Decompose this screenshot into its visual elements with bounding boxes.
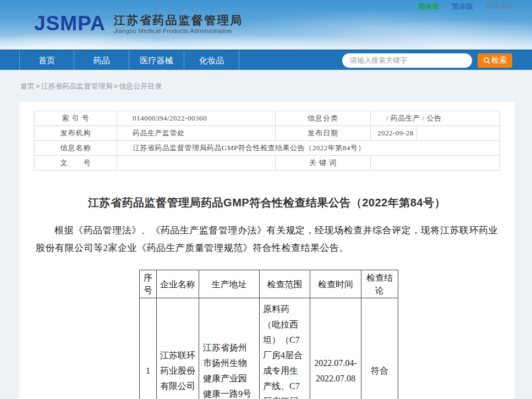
- meta-agency-value: 药品生产监管处: [117, 126, 276, 141]
- breadcrumb-separator: >: [114, 82, 118, 90]
- header-conclusion: 检查结论: [361, 270, 398, 298]
- announcement-paragraph: 根据《药品管理法》、《药品生产监督管理办法》有关规定，经现场检查并综合评定，现将…: [19, 222, 514, 257]
- meta-category-value: / 药品生产 / 公告: [371, 111, 500, 126]
- link-simplified-chinese[interactable]: 简体版: [418, 2, 440, 10]
- cell-scope: 原料药（吡拉西坦）（C7厂房4层合成专用生产线、C7厂房三层14号精烘包）: [260, 298, 310, 399]
- header-address: 生产地址: [199, 270, 260, 298]
- topbar-links: 简体版 | 繁体版 | 网站导航: [418, 2, 514, 12]
- meta-keyword-label: 关 键 词: [276, 156, 371, 171]
- search-button-label: 检索: [491, 56, 507, 65]
- page-title: 江苏省药品监督管理局药品GMP符合性检查结果公告（2022年第84号）: [19, 195, 514, 210]
- link-site-navigation[interactable]: 网站导航: [486, 2, 514, 10]
- agency-logo[interactable]: JSMPA 江苏省药品监督管理局 Jiangsu Medical Product…: [34, 13, 243, 35]
- meta-docnum-label: 文 号: [35, 156, 117, 171]
- breadcrumb: 首页>江苏省药品监督管理局>信息公开目录: [0, 70, 532, 102]
- meta-row-name: 信息名称 江苏省药品监督管理局药品GMP符合性检查结果公告（2022年第84号）: [35, 141, 500, 156]
- meta-agency-label: 发布机构: [35, 126, 117, 141]
- nav-item-home[interactable]: 首页: [19, 51, 74, 70]
- nav-item-drugs[interactable]: 药品: [74, 51, 129, 70]
- meta-date-value: 2022-09-28: [371, 126, 417, 141]
- meta-row-index: 索 引 号 014000394/2022-00360 信息分类 / 药品生产 /…: [35, 111, 500, 126]
- topbar-separator: |: [479, 2, 480, 10]
- meta-name-label: 信息名称: [35, 141, 117, 156]
- main-navigation: 首页 药品 医疗器械 化妆品 检索: [0, 50, 532, 70]
- agency-name-chinese: 江苏省药品监督管理局: [114, 14, 243, 27]
- meta-date-label: 发布日期: [276, 126, 371, 141]
- agency-name-english: Jiangsu Medical Products Administration: [114, 28, 243, 34]
- cell-seq: 1: [140, 298, 157, 399]
- header-seq: 序号: [140, 270, 157, 298]
- meta-category-label: 信息分类: [276, 111, 371, 126]
- meta-row-docnum: 文 号 关 键 词: [35, 156, 500, 171]
- meta-index-value: 014000394/2022-00360: [117, 111, 276, 126]
- search-icon: [483, 57, 491, 64]
- breadcrumb-home[interactable]: 首页: [20, 82, 35, 90]
- search-area: 检索: [342, 53, 512, 68]
- site-header-banner: 简体版 | 繁体版 | 网站导航 JSMPA 江苏省药品监督管理局 Jiangs…: [0, 0, 532, 50]
- cell-company: 江苏联环药业股份有限公司: [157, 298, 199, 399]
- logo-text: 江苏省药品监督管理局 Jiangsu Medical Products Admi…: [114, 13, 243, 34]
- cell-time: 2022.07.04-2022.07.08: [310, 298, 361, 399]
- link-traditional-chinese[interactable]: 繁体版: [452, 2, 473, 10]
- nav-item-cosmetics[interactable]: 化妆品: [184, 51, 239, 70]
- breadcrumb-info-directory: 信息公开目录: [119, 82, 162, 90]
- header-time: 检查时间: [310, 270, 361, 298]
- breadcrumb-agency[interactable]: 江苏省药品监督管理局: [41, 82, 113, 90]
- topbar-separator: |: [445, 2, 446, 10]
- meta-keyword-value: [371, 156, 500, 171]
- logo-acronym: JSMPA: [34, 13, 106, 35]
- meta-name-value: 江苏省药品监督管理局药品GMP符合性检查结果公告（2022年第84号）: [117, 141, 500, 156]
- meta-docnum-value: [117, 156, 276, 171]
- table-row: 1 江苏联环药业股份有限公司 江苏省扬州市扬州生物健康产业园健康一路9号 原料药…: [140, 298, 398, 399]
- content-card: 索 引 号 014000394/2022-00360 信息分类 / 药品生产 /…: [19, 102, 514, 399]
- cell-address: 江苏省扬州市扬州生物健康产业园健康一路9号: [199, 298, 260, 399]
- header-company: 企业名称: [157, 270, 199, 298]
- document-metadata-table: 索 引 号 014000394/2022-00360 信息分类 / 药品生产 /…: [34, 111, 500, 171]
- results-header-row: 序号 企业名称 生产地址 检查范围 检查时间 检查结论: [140, 270, 398, 298]
- search-button[interactable]: 检索: [478, 53, 512, 68]
- inspection-results-table: 序号 企业名称 生产地址 检查范围 检查时间 检查结论 1 江苏联环药业股份有限…: [139, 270, 398, 399]
- search-input[interactable]: [342, 53, 472, 68]
- cell-conclusion: 符合: [361, 298, 398, 399]
- meta-index-label: 索 引 号: [35, 111, 117, 126]
- meta-row-agency: 发布机构 药品生产监管处 发布日期 2022-09-28: [35, 126, 500, 141]
- breadcrumb-separator: >: [36, 82, 40, 90]
- nav-item-medical-devices[interactable]: 医疗器械: [129, 51, 184, 70]
- meta-empty-cell: [417, 126, 500, 141]
- header-scope: 检查范围: [260, 270, 310, 298]
